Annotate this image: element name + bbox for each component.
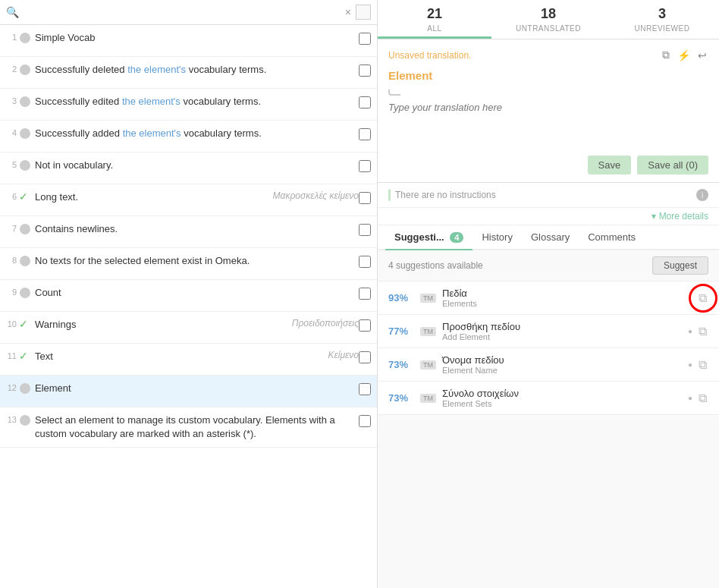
- row-number: 13: [3, 413, 20, 424]
- item-checkbox[interactable]: [359, 128, 371, 140]
- row-number: 7: [3, 222, 20, 233]
- list-item[interactable]: 13Select an element to manage its custom…: [0, 407, 377, 448]
- suggestion-copy-button[interactable]: ⧉: [697, 323, 708, 340]
- item-text: Text: [35, 350, 321, 363]
- row-number: 10: [3, 318, 20, 329]
- list-item[interactable]: 5Not in vocabulary.: [0, 153, 377, 184]
- suggestion-accept-button[interactable]: ●: [686, 392, 694, 404]
- tab-suggestions-label: Suggesti...: [394, 231, 444, 243]
- item-checkbox[interactable]: [359, 415, 371, 427]
- search-bar: 🔍 ×: [0, 0, 377, 25]
- machinery-button[interactable]: ⚡: [676, 48, 692, 63]
- suggestion-copy-button[interactable]: ⧉: [697, 357, 708, 373]
- item-checkbox[interactable]: [359, 351, 371, 363]
- list-item[interactable]: 7Contains newlines.: [0, 216, 377, 248]
- suggestion-target: Όνομα πεδίου: [442, 354, 680, 366]
- tab-comments[interactable]: Comments: [579, 225, 645, 250]
- suggest-button[interactable]: Suggest: [652, 256, 708, 275]
- item-checkbox[interactable]: [359, 288, 371, 300]
- item-text: Select an element to manage its custom v…: [35, 413, 359, 441]
- suggestion-item[interactable]: 73%TMΣύνολο στοιχείωνElement Sets●⧉: [378, 382, 719, 415]
- unsaved-text: Unsaved translation.: [388, 50, 471, 61]
- suggestion-copy-button[interactable]: ⧉: [697, 390, 708, 407]
- suggestion-actions: ●⧉: [686, 357, 708, 373]
- tab-glossary-label: Glossary: [531, 231, 570, 243]
- status-indicator: [20, 415, 30, 426]
- tab-all-count: 21: [381, 6, 488, 22]
- suggestions-header: 4 suggestions available Suggest: [378, 250, 719, 281]
- item-checkbox[interactable]: [359, 224, 371, 236]
- tab-unreviewed[interactable]: 3 UNREVIEWED: [605, 0, 719, 39]
- tab-untranslated-label: UNTRANSLATED: [516, 24, 581, 33]
- list-item[interactable]: 10WarningsΠροειδοποιήσεις: [0, 312, 377, 344]
- suggestion-target: Σύνολο στοιχείων: [442, 388, 680, 399]
- search-clear-button[interactable]: ×: [345, 7, 351, 17]
- list-item[interactable]: 8No texts for the selected element exist…: [0, 248, 377, 280]
- list-item[interactable]: 4Successfully added the element's vocabu…: [0, 121, 377, 153]
- list-item[interactable]: 2Successfully deleted the element's voca…: [0, 57, 377, 89]
- row-number: 3: [3, 95, 20, 105]
- search-toggle-button[interactable]: [356, 5, 371, 20]
- suggestion-item[interactable]: 77%TMΠροσθήκη πεδίουAdd Element●⧉: [378, 315, 719, 348]
- search-input[interactable]: [24, 7, 341, 18]
- undo-button[interactable]: ↩: [696, 48, 708, 63]
- item-text: Contains newlines.: [35, 222, 359, 236]
- tab-suggestions[interactable]: Suggesti... 4: [385, 225, 473, 250]
- item-checkbox[interactable]: [359, 96, 371, 108]
- list-item[interactable]: 11TextΚείμενο: [0, 344, 377, 376]
- item-checkbox[interactable]: [359, 33, 371, 45]
- item-checkbox[interactable]: [359, 319, 371, 332]
- row-number: 5: [3, 159, 20, 169]
- list-item[interactable]: 3Successfully edited the element's vocab…: [0, 89, 377, 121]
- suggestion-texts: Προσθήκη πεδίουAdd Element: [442, 321, 680, 341]
- tab-history[interactable]: History: [473, 225, 521, 250]
- suggestion-source: Element Name: [442, 366, 680, 375]
- suggestion-actions: ●⧉: [686, 323, 708, 340]
- suggestion-item[interactable]: 93%TMΠεδίαElements⧉: [378, 281, 719, 315]
- suggestion-tm-badge: TM: [420, 360, 436, 369]
- suggestion-accept-button[interactable]: ●: [686, 325, 694, 337]
- tab-untranslated-count: 18: [495, 6, 602, 22]
- tab-all[interactable]: 21 ALL: [378, 0, 491, 39]
- list-item[interactable]: 9Count: [0, 280, 377, 312]
- item-text: Not in vocabulary.: [35, 159, 359, 172]
- suggestions-count: 4 suggestions available: [388, 260, 483, 271]
- suggestion-accept-button[interactable]: ●: [686, 359, 694, 370]
- row-number: 12: [3, 382, 20, 392]
- instructions-container: There are no instructions i ▾ More detai…: [378, 183, 719, 225]
- item-checkbox[interactable]: [359, 160, 371, 172]
- item-checkbox[interactable]: [359, 64, 371, 77]
- list-item[interactable]: 1Simple Vocab: [0, 25, 377, 57]
- tab-unreviewed-count: 3: [608, 6, 716, 22]
- status-indicator: [20, 383, 30, 394]
- list-item[interactable]: 6Long text.Μακροσκελές κείμενο: [0, 184, 377, 216]
- item-checkbox[interactable]: [359, 256, 371, 268]
- item-text: Successfully deleted the element's vocab…: [35, 63, 359, 77]
- save-all-button[interactable]: Save all (0): [637, 156, 708, 175]
- tab-untranslated[interactable]: 18 UNTRANSLATED: [491, 0, 605, 39]
- suggestion-copy-button[interactable]: ⧉: [697, 290, 708, 307]
- status-indicator: [20, 256, 30, 266]
- translation-divider: [388, 90, 400, 96]
- suggestion-source: Element Sets: [442, 399, 680, 408]
- item-checkbox[interactable]: [359, 192, 371, 204]
- more-details-link[interactable]: ▾ More details: [378, 208, 719, 225]
- save-button[interactable]: Save: [588, 156, 632, 175]
- suggestion-texts: Σύνολο στοιχείωνElement Sets: [442, 388, 680, 408]
- left-panel: 🔍 × 1Simple Vocab2Successfully deleted t…: [0, 0, 378, 588]
- instructions-label: There are no instructions: [395, 190, 496, 200]
- status-indicator: [20, 351, 30, 362]
- suggestion-item[interactable]: 73%TMΌνομα πεδίουElement Name●⧉: [378, 348, 719, 382]
- copy-source-button[interactable]: ⧉: [661, 47, 671, 63]
- list-item[interactable]: 12Element: [0, 376, 377, 407]
- item-checkbox[interactable]: [359, 383, 371, 395]
- info-icon[interactable]: i: [696, 189, 708, 201]
- translation-input[interactable]: [388, 102, 708, 147]
- tab-glossary[interactable]: Glossary: [522, 225, 579, 250]
- suggestion-target: Πεδία: [442, 288, 691, 299]
- status-indicator: [20, 319, 30, 330]
- translation-area: Unsaved translation. ⧉ ⚡ ↩ Element Save …: [378, 39, 719, 183]
- suggestion-tm-badge: TM: [420, 394, 436, 403]
- instructions-text: There are no instructions: [388, 189, 496, 201]
- suggestion-percent: 73%: [388, 359, 414, 370]
